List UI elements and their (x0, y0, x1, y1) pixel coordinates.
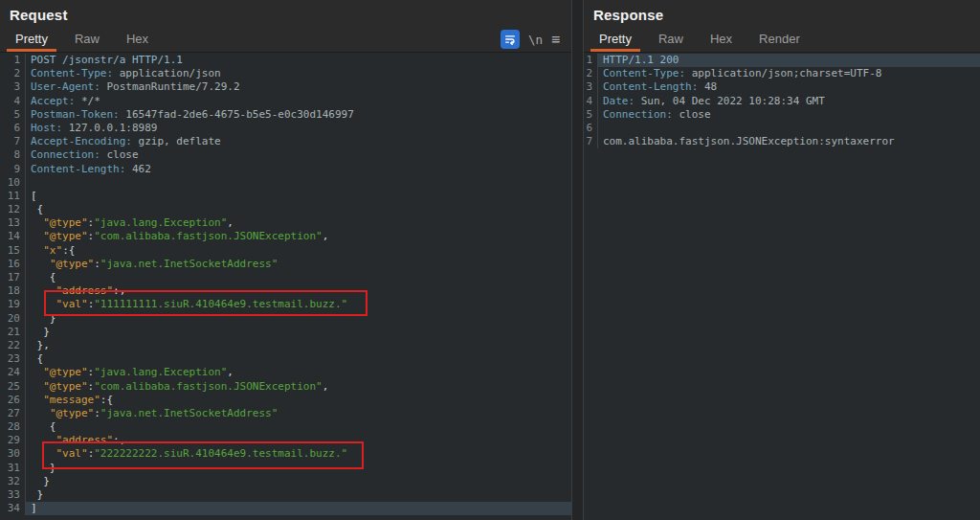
line-number: 19 (0, 298, 26, 311)
line-content: { (26, 203, 571, 216)
line-number: 27 (0, 407, 26, 420)
line-number: 1 (584, 54, 598, 67)
line-number: 20 (0, 312, 26, 326)
line-content: ] (26, 502, 571, 515)
line-number: 5 (584, 108, 598, 122)
code-line: 8Connection: close (0, 148, 571, 162)
line-content: "val":"111111111.siuR.410464e9.testmail.… (26, 298, 571, 311)
line-number: 6 (0, 122, 26, 135)
code-line: 11[ (0, 190, 571, 203)
line-number: 2 (584, 67, 598, 80)
request-code: 1POST /jsonstr/a HTTP/1.12Content-Type: … (0, 53, 571, 515)
line-content: { (26, 420, 571, 434)
line-number: 4 (0, 95, 26, 108)
line-number: 22 (0, 339, 26, 352)
tab-raw[interactable]: Raw (645, 27, 697, 52)
line-content: "message":{ (26, 394, 571, 407)
line-content: "val":"222222222.siuR.410464e9.testmail.… (26, 447, 571, 461)
line-number: 13 (0, 216, 26, 230)
line-content: } (26, 326, 571, 339)
code-line: 1HTTP/1.1 200 (584, 54, 980, 67)
code-line: 18 "address":, (0, 284, 571, 298)
request-panel: Request PrettyRawHex\n≡ 1POST /jsonstr/a… (0, 0, 571, 520)
code-line: 31 } (0, 462, 571, 475)
request-editor[interactable]: 1POST /jsonstr/a HTTP/1.12Content-Type: … (0, 53, 571, 520)
line-content: } (26, 488, 571, 502)
code-line: 5Postman-Token: 16547fad-2de6-4675-b5e5-… (0, 108, 571, 122)
line-content: com.alibaba.fastjson.JSONException:synta… (598, 135, 980, 148)
line-content: Content-Length: 462 (26, 163, 571, 176)
request-toolbar-icons: \n≡ (501, 27, 571, 52)
line-number: 3 (0, 80, 26, 94)
code-line: 29 "address":, (0, 434, 571, 447)
code-line: 2Content-Type: application/json (0, 67, 571, 80)
line-number: 24 (0, 366, 26, 379)
line-number: 30 (0, 447, 26, 461)
code-line: 27 "@type":"java.net.InetSocketAddress" (0, 407, 571, 420)
response-panel-title: Response (584, 0, 980, 27)
code-line: 24 "@type":"java.lang.Exception", (0, 366, 571, 379)
word-wrap-icon[interactable] (501, 30, 520, 49)
line-content: Host: 127.0.0.1:8989 (26, 122, 571, 135)
response-editor[interactable]: 1HTTP/1.1 2002Content-Type: application/… (584, 53, 980, 520)
line-number: 1 (0, 54, 26, 67)
code-line: 4Date: Sun, 04 Dec 2022 10:28:34 GMT (584, 95, 980, 108)
line-content: "address":, (26, 284, 571, 298)
code-line: 15 "x":{ (0, 244, 571, 258)
line-number: 10 (0, 176, 26, 190)
line-content: } (26, 312, 571, 326)
line-number: 33 (0, 488, 26, 502)
newline-icon[interactable]: \n (528, 33, 543, 47)
line-content: }, (26, 339, 571, 352)
code-line: 30 "val":"222222222.siuR.410464e9.testma… (0, 447, 571, 461)
line-content: "address":, (26, 434, 571, 447)
line-number: 9 (0, 163, 26, 176)
response-panel: Response PrettyRawHexRender 1HTTP/1.1 20… (584, 0, 980, 520)
line-content: "@type":"com.alibaba.fastjson.JSONExcept… (26, 380, 571, 394)
code-line: 7com.alibaba.fastjson.JSONException:synt… (584, 135, 980, 148)
line-number: 31 (0, 462, 26, 475)
line-content: Accept-Encoding: gzip, deflate (26, 135, 571, 148)
line-content: "@type":"java.lang.Exception", (26, 366, 571, 379)
line-content: "@type":"java.lang.Exception", (26, 216, 571, 230)
tab-hex[interactable]: Hex (113, 27, 162, 52)
line-content: { (26, 271, 571, 284)
code-line: 7Accept-Encoding: gzip, deflate (0, 135, 571, 148)
code-line: 3User-Agent: PostmanRuntime/7.29.2 (0, 80, 571, 94)
tab-pretty[interactable]: Pretty (2, 27, 61, 52)
tab-hex[interactable]: Hex (697, 27, 746, 52)
line-content: HTTP/1.1 200 (598, 54, 980, 67)
line-content: "@type":"java.net.InetSocketAddress" (26, 407, 571, 420)
tab-render[interactable]: Render (746, 27, 813, 52)
code-line: 17 { (0, 271, 571, 284)
line-content: } (26, 475, 571, 488)
line-content: Content-Type: application/json;charset=U… (598, 67, 980, 80)
code-line: 33 } (0, 488, 571, 502)
response-code: 1HTTP/1.1 2002Content-Type: application/… (584, 53, 980, 148)
tab-raw[interactable]: Raw (61, 27, 113, 52)
code-line: 3Content-Length: 48 (584, 80, 980, 94)
line-number: 4 (584, 95, 598, 108)
line-content: Date: Sun, 04 Dec 2022 10:28:34 GMT (598, 95, 980, 108)
line-content: } (26, 462, 571, 475)
line-content (26, 176, 571, 190)
line-content: "x":{ (26, 244, 571, 258)
code-line: 9Content-Length: 462 (0, 163, 571, 176)
code-line: 21 } (0, 326, 571, 339)
request-tab-bar: PrettyRawHex\n≡ (0, 27, 571, 53)
line-number: 3 (584, 80, 598, 94)
code-line: 10 (0, 176, 571, 190)
code-line: 14 "@type":"com.alibaba.fastjson.JSONExc… (0, 230, 571, 243)
code-line: 12 { (0, 203, 571, 216)
line-number: 12 (0, 203, 26, 216)
line-content: Postman-Token: 16547fad-2de6-4675-b5e5-e… (26, 108, 571, 122)
line-number: 21 (0, 326, 26, 339)
menu-icon[interactable]: ≡ (551, 33, 560, 47)
tab-pretty[interactable]: Pretty (586, 27, 645, 52)
panel-divider[interactable] (571, 0, 584, 520)
line-number: 7 (0, 135, 26, 148)
line-content: Content-Length: 48 (598, 80, 980, 94)
line-content: Content-Type: application/json (26, 67, 571, 80)
code-line: 6 (584, 122, 980, 135)
line-number: 8 (0, 148, 26, 162)
